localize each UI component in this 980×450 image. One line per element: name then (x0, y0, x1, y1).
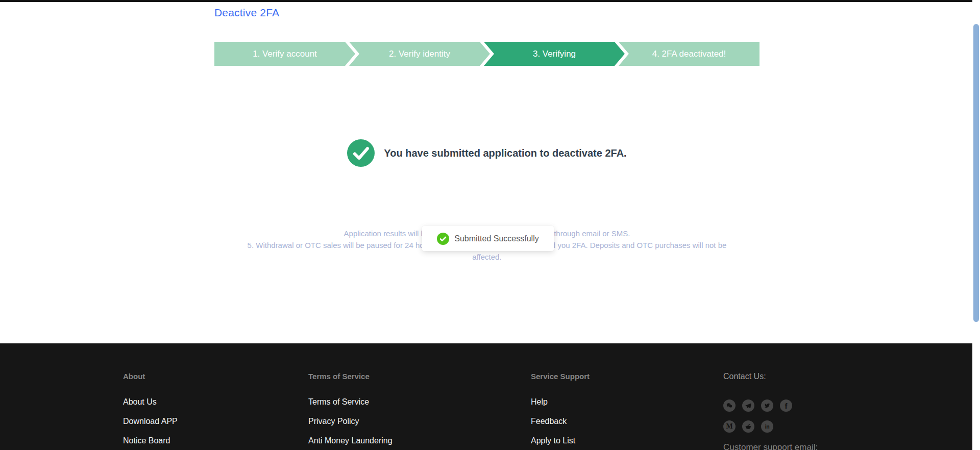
social-icons-row-2: M in (723, 420, 773, 433)
step-label: 3. Verifying (533, 49, 576, 59)
linkedin-glyph: in (765, 424, 769, 430)
steps-progress-bar: 1. Verify account 2. Verify identity 3. … (214, 42, 760, 66)
anti-money-laundering-link[interactable]: Anti Money Laundering (308, 436, 393, 445)
footer: About About Us Download APP Notice Board… (0, 343, 972, 450)
note-line-3: affected. (214, 251, 760, 263)
step-verifying: 3. Verifying (484, 42, 625, 66)
success-message-row: You have submitted application to deacti… (214, 139, 760, 167)
footer-column-title-support: Service Support (531, 372, 590, 381)
apply-to-list-link[interactable]: Apply to List (531, 436, 575, 445)
terms-of-service-link[interactable]: Terms of Service (308, 397, 369, 407)
medium-icon[interactable]: M (723, 420, 736, 433)
step-label: 2. Verify identity (389, 49, 450, 59)
page-title: Deactive 2FA (214, 7, 279, 19)
notice-board-link[interactable]: Notice Board (123, 436, 170, 445)
contact-us-title: Contact Us: (723, 372, 766, 381)
toast-notification: Submitted Successfully (422, 226, 554, 251)
step-label: 1. Verify account (253, 49, 317, 59)
step-label: 4. 2FA deactivated! (652, 49, 726, 59)
success-message: You have submitted application to deacti… (384, 147, 626, 159)
customer-support-email-label: Customer support email: (723, 442, 818, 450)
feedback-link[interactable]: Feedback (531, 417, 567, 426)
privacy-policy-link[interactable]: Privacy Policy (308, 417, 359, 426)
medium-glyph: M (726, 423, 732, 430)
top-nav-bar-edge (0, 0, 972, 2)
social-icons-row-1: f (723, 399, 792, 412)
toast-success-icon (437, 233, 449, 245)
step-2fa-deactivated: 4. 2FA deactivated! (619, 42, 760, 66)
facebook-icon[interactable]: f (780, 399, 792, 412)
scrollbar-thumb[interactable] (973, 24, 979, 322)
reddit-icon[interactable] (742, 420, 754, 433)
scrollbar-track[interactable] (972, 0, 980, 450)
linkedin-icon[interactable]: in (761, 420, 773, 433)
twitter-icon[interactable] (761, 399, 773, 412)
toast-message: Submitted Successfully (454, 234, 538, 243)
footer-column-title-about: About (123, 372, 145, 381)
help-link[interactable]: Help (531, 397, 548, 407)
about-us-link[interactable]: About Us (123, 397, 157, 407)
facebook-glyph: f (785, 402, 788, 410)
footer-column-title-terms: Terms of Service (308, 372, 370, 381)
wechat-icon[interactable] (723, 399, 736, 412)
success-check-icon (347, 139, 375, 167)
download-app-link[interactable]: Download APP (123, 417, 178, 426)
step-verify-account: 1. Verify account (214, 42, 355, 66)
telegram-icon[interactable] (742, 399, 754, 412)
step-verify-identity: 2. Verify identity (349, 42, 490, 66)
